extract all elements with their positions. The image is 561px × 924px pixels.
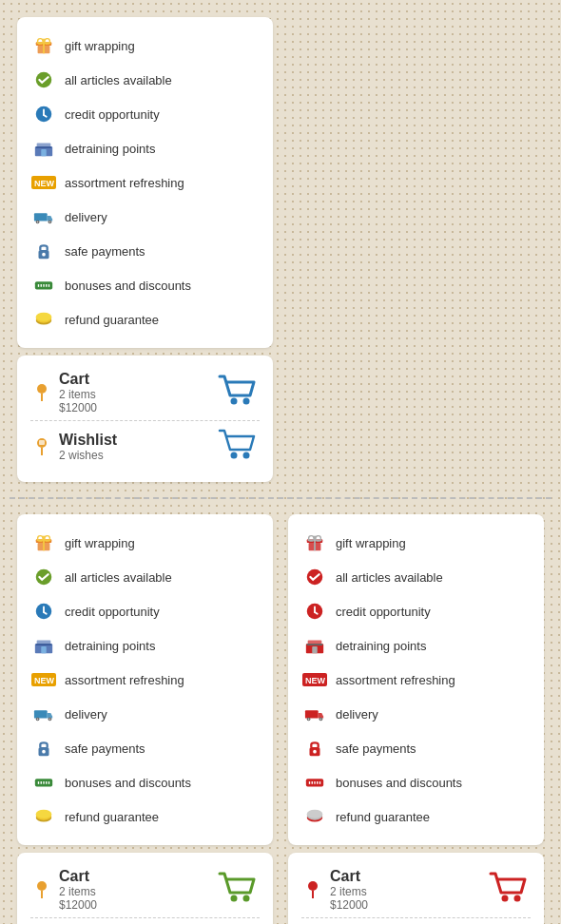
svg-point-114 bbox=[308, 881, 318, 891]
wishlist-title: Wishlist bbox=[59, 432, 218, 449]
feature-card-bottom-left: gift wrappingall articles availablecredi… bbox=[288, 514, 544, 845]
feature-label-5: delivery bbox=[336, 707, 378, 722]
cart-row[interactable]: Cart 2 items $12000 bbox=[30, 862, 260, 918]
svg-point-32 bbox=[37, 384, 47, 394]
gift-icon bbox=[301, 529, 328, 556]
lock-icon bbox=[301, 735, 328, 761]
feature-label-6: safe payments bbox=[336, 741, 416, 756]
feature-label-4: assortment refreshing bbox=[65, 176, 184, 190]
feature-item-1: all articles available bbox=[30, 560, 260, 594]
feature-item-2: credit opportunity bbox=[30, 97, 260, 131]
svg-rect-54 bbox=[41, 646, 47, 653]
svg-text:NEW: NEW bbox=[34, 179, 55, 188]
feature-item-0: gift wrapping bbox=[30, 526, 260, 560]
feature-item-0: gift wrapping bbox=[301, 526, 531, 560]
wishlist-row[interactable]: Wishlist 2 wishes bbox=[30, 918, 260, 924]
cart-price: $12000 bbox=[330, 898, 489, 912]
feature-item-3: detraining points bbox=[30, 628, 260, 663]
cart-items: 2 items bbox=[330, 885, 489, 898]
feature-label-0: gift wrapping bbox=[336, 536, 406, 550]
cart-pin-icon bbox=[30, 377, 53, 408]
wishlist-row[interactable]: Wishlist 2 wishes bbox=[301, 918, 531, 924]
svg-point-63 bbox=[42, 750, 46, 754]
check-icon bbox=[301, 564, 328, 590]
svg-rect-94 bbox=[307, 644, 323, 645]
svg-point-117 bbox=[514, 895, 521, 902]
cart-row[interactable]: Cart 2 items $12000 bbox=[301, 862, 531, 918]
feature-item-8: refund guarantee bbox=[30, 302, 260, 337]
refund-icon bbox=[30, 306, 57, 333]
svg-point-104 bbox=[313, 750, 317, 754]
cart-row[interactable]: Cart 2 items $12000 bbox=[30, 365, 260, 421]
feature-label-5: delivery bbox=[65, 210, 107, 224]
feature-item-3: detraining points bbox=[301, 628, 531, 663]
feature-label-8: refund guarantee bbox=[65, 810, 159, 824]
check-icon bbox=[30, 564, 57, 590]
feature-label-1: all articles available bbox=[65, 570, 172, 585]
section-bottom-left: gift wrappingall articles availablecredi… bbox=[280, 507, 551, 924]
refund-icon bbox=[301, 803, 328, 830]
gift-icon bbox=[30, 32, 57, 59]
clock-icon bbox=[30, 598, 57, 625]
refund-icon bbox=[30, 803, 57, 830]
clock-icon bbox=[30, 101, 57, 127]
feature-label-8: refund guarantee bbox=[336, 810, 430, 824]
cart-pin-icon bbox=[301, 875, 324, 905]
cart-title: Cart bbox=[330, 868, 489, 885]
cart-icon bbox=[489, 870, 531, 910]
cart-items: 2 items bbox=[59, 885, 218, 898]
feature-label-5: delivery bbox=[65, 707, 107, 722]
cart-icon bbox=[218, 373, 260, 413]
new-icon: NEW bbox=[30, 666, 57, 693]
feature-label-2: credit opportunity bbox=[65, 605, 160, 619]
feature-label-7: bonuses and discounts bbox=[336, 776, 462, 790]
cart-wishlist-card-bottom-left: Cart 2 items $12000 Wishlist 2 wishes bbox=[288, 853, 544, 924]
feature-item-8: refund guarantee bbox=[301, 799, 531, 834]
feature-label-7: bonuses and discounts bbox=[65, 279, 191, 293]
svg-rect-57 bbox=[34, 710, 48, 718]
feature-item-4: NEW assortment refreshing bbox=[30, 165, 260, 200]
feature-item-6: safe payments bbox=[30, 234, 260, 268]
cart-price: $12000 bbox=[59, 401, 218, 414]
svg-point-18 bbox=[37, 221, 39, 223]
svg-point-59 bbox=[37, 719, 39, 721]
discount-icon bbox=[301, 769, 328, 796]
svg-point-20 bbox=[49, 221, 51, 223]
wishlist-info: Wishlist 2 wishes bbox=[59, 432, 218, 462]
check-icon bbox=[30, 67, 57, 93]
cart-price: $12000 bbox=[59, 898, 218, 912]
svg-rect-53 bbox=[36, 644, 52, 645]
svg-point-22 bbox=[42, 253, 46, 257]
cart-info: Cart 2 items $12000 bbox=[59, 868, 218, 912]
svg-point-39 bbox=[231, 452, 238, 459]
section-top-right: gift wrappingall articles availablecredi… bbox=[10, 507, 280, 924]
feature-label-0: gift wrapping bbox=[65, 39, 135, 53]
cart-title: Cart bbox=[59, 371, 218, 388]
wishlist-row[interactable]: Wishlist 2 wishes bbox=[30, 421, 260, 472]
feature-label-3: detraining points bbox=[336, 639, 426, 653]
gift-icon bbox=[30, 529, 57, 556]
svg-point-72 bbox=[36, 810, 52, 818]
feature-item-6: safe payments bbox=[301, 731, 531, 765]
feature-item-2: credit opportunity bbox=[30, 594, 260, 628]
section-top-left: gift wrappingall articles availablecredi… bbox=[10, 10, 280, 490]
cart-wishlist-card-top-left: Cart 2 items $12000 Wishlist 2 wishes bbox=[17, 356, 273, 482]
section-divider bbox=[10, 497, 551, 499]
feature-label-3: detraining points bbox=[65, 639, 155, 653]
feature-label-6: safe payments bbox=[65, 741, 145, 756]
svg-point-35 bbox=[243, 398, 250, 405]
discount-icon bbox=[30, 272, 57, 298]
svg-point-76 bbox=[243, 895, 250, 902]
cart-info: Cart 2 items $12000 bbox=[59, 371, 218, 414]
feature-item-0: gift wrapping bbox=[30, 29, 260, 63]
feature-item-1: all articles available bbox=[30, 63, 260, 97]
feature-label-1: all articles available bbox=[65, 73, 172, 87]
svg-rect-13 bbox=[41, 149, 47, 156]
feature-item-5: delivery bbox=[30, 200, 260, 234]
feature-label-3: detraining points bbox=[65, 142, 155, 156]
feature-item-6: safe payments bbox=[30, 731, 260, 765]
svg-text:NEW: NEW bbox=[34, 676, 55, 685]
svg-point-75 bbox=[231, 895, 238, 902]
svg-rect-95 bbox=[312, 646, 318, 653]
feature-item-3: detraining points bbox=[30, 131, 260, 165]
